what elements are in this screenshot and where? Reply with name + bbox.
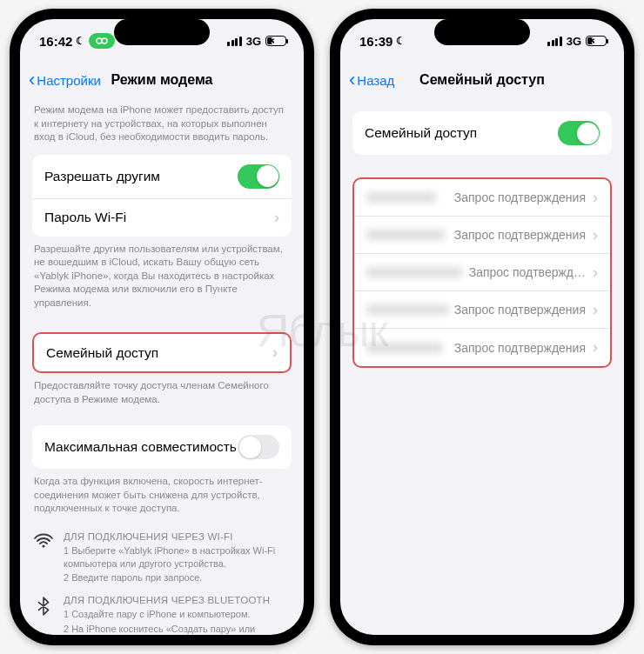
row-allow-others[interactable]: Разрешать другим <box>32 155 292 199</box>
compat-toggle[interactable] <box>238 435 279 459</box>
family-label: Семейный доступ <box>46 345 158 361</box>
family-footer: Предоставляйте точку доступа членам Семе… <box>20 373 304 417</box>
hotspot-active-pill[interactable] <box>89 33 115 49</box>
notch <box>114 19 210 45</box>
row-max-compat[interactable]: Максимальная совместимость <box>32 425 292 469</box>
svg-point-0 <box>97 38 102 43</box>
nav-bar: ‹ Настройки Режим модема <box>20 63 304 97</box>
bt-step: 1 Создайте пару с iPhone и компьютером. <box>64 608 290 621</box>
chevron-right-icon: › <box>593 189 598 207</box>
nav-bar: ‹ Назад Семейный доступ <box>340 63 624 97</box>
back-button[interactable]: ‹ Настройки <box>29 70 101 90</box>
bt-section-title: ДЛЯ ПОДКЛЮЧЕНИЯ ЧЕРЕЗ BLUETOOTH <box>64 595 290 605</box>
bluetooth-icon <box>34 595 53 616</box>
svg-point-2 <box>43 544 45 547</box>
member-status: Запрос подтвержд… <box>469 265 586 279</box>
status-time: 16:39 <box>359 34 392 49</box>
notch <box>434 19 530 45</box>
phone-right: 16:39 ☾ 3G 36 ‹ Назад Семейный доступ Се… <box>330 9 634 645</box>
member-row[interactable]: Запрос подтверждения› <box>354 291 610 329</box>
nav-title: Семейный доступ <box>419 72 545 88</box>
signal-icon <box>227 37 242 46</box>
member-row[interactable]: Запрос подтверждения› <box>354 329 610 366</box>
group-family-toggle: Семейный доступ <box>352 111 612 155</box>
member-name-blurred <box>366 230 445 240</box>
chevron-right-icon: › <box>593 264 598 282</box>
screen-left: 16:42 ☾ 3G 35 ‹ Настройки Режим модема Р… <box>20 19 304 635</box>
back-label: Назад <box>357 73 394 88</box>
chevron-right-icon: › <box>593 301 598 319</box>
bt-step: 2 На iPhone коснитесь «Создать пару» или… <box>64 623 290 635</box>
allow-others-toggle[interactable] <box>238 164 279 189</box>
instruct-wifi: ДЛЯ ПОДКЛЮЧЕНИЯ ЧЕРЕЗ WI-FI 1 Выберите «… <box>20 526 304 591</box>
wifi-section-title: ДЛЯ ПОДКЛЮЧЕНИЯ ЧЕРЕЗ WI-FI <box>64 531 290 542</box>
nav-title: Режим модема <box>111 72 213 88</box>
signal-icon <box>547 37 562 46</box>
cell-label: 3G <box>567 35 581 48</box>
group-family: Семейный доступ › <box>32 332 292 373</box>
member-name-blurred <box>366 267 462 277</box>
chevron-right-icon: › <box>272 344 278 362</box>
wifi-step: 2 Введите пароль при запросе. <box>64 571 290 584</box>
family-toggle-label: Семейный доступ <box>365 125 477 141</box>
row-family-toggle[interactable]: Семейный доступ <box>352 111 612 155</box>
row-wifi-password[interactable]: Пароль Wi-Fi › <box>32 199 292 237</box>
chevron-right-icon: › <box>593 338 598 357</box>
allow-others-label: Разрешать другим <box>44 169 160 184</box>
family-toggle[interactable] <box>558 121 600 145</box>
instruct-bluetooth: ДЛЯ ПОДКЛЮЧЕНИЯ ЧЕРЕЗ BLUETOOTH 1 Создай… <box>20 590 304 635</box>
compat-footer: Когда эта функция включена, скорость инт… <box>20 469 304 526</box>
member-status: Запрос подтверждения <box>454 303 586 317</box>
battery-icon: 35 <box>265 36 286 46</box>
member-status: Запрос подтверждения <box>454 341 586 355</box>
wifi-step: 1 Выберите «Yablyk iPhone» в настройках … <box>64 544 290 571</box>
compat-label: Максимальная совместимость <box>44 439 237 455</box>
group-compat: Максимальная совместимость <box>32 425 292 469</box>
wifi-password-label: Пароль Wi-Fi <box>44 210 126 225</box>
member-row[interactable]: Запрос подтвержд…› <box>354 254 610 291</box>
group-main: Разрешать другим Пароль Wi-Fi › <box>32 155 292 237</box>
member-name-blurred <box>366 343 443 353</box>
intro-text: Режим модема на iPhone может предоставит… <box>20 97 304 155</box>
back-label: Настройки <box>37 73 101 88</box>
member-name-blurred <box>366 192 436 203</box>
chevron-left-icon: ‹ <box>29 70 35 90</box>
cell-label: 3G <box>246 35 261 48</box>
phone-left: 16:42 ☾ 3G 35 ‹ Настройки Режим модема Р… <box>10 9 314 645</box>
wifi-icon <box>34 531 53 549</box>
allow-footer: Разрешайте другим пользователям или устр… <box>20 237 304 321</box>
member-status: Запрос подтверждения <box>454 228 586 242</box>
group-family-members: Запрос подтверждения› Запрос подтвержден… <box>352 177 612 368</box>
svg-point-1 <box>102 38 107 43</box>
member-name-blurred <box>366 304 449 315</box>
member-status: Запрос подтверждения <box>454 190 586 204</box>
dnd-moon-icon: ☾ <box>396 35 406 47</box>
status-time: 16:42 <box>39 34 72 49</box>
member-row[interactable]: Запрос подтверждения› <box>354 217 610 254</box>
back-button[interactable]: ‹ Назад <box>349 70 394 90</box>
dnd-moon-icon: ☾ <box>76 35 85 47</box>
chevron-right-icon: › <box>274 209 279 227</box>
battery-icon: 36 <box>586 36 607 46</box>
row-family-sharing[interactable]: Семейный доступ › <box>34 334 290 371</box>
member-row[interactable]: Запрос подтверждения› <box>354 179 610 217</box>
chevron-left-icon: ‹ <box>349 70 355 90</box>
chevron-right-icon: › <box>593 226 598 244</box>
screen-right: 16:39 ☾ 3G 36 ‹ Назад Семейный доступ Се… <box>340 19 624 635</box>
